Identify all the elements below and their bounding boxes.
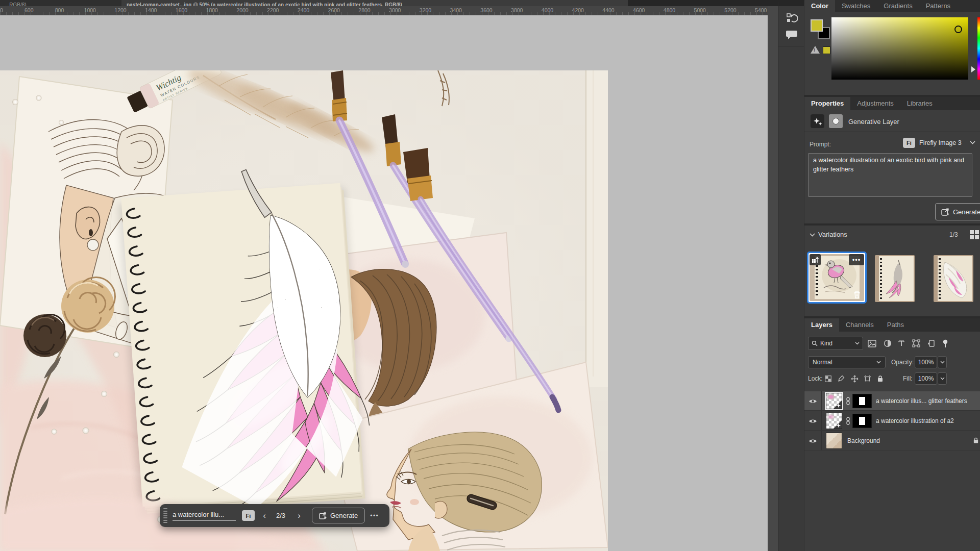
- hue-slider[interactable]: [977, 17, 980, 80]
- paper-stack-edge: [586, 70, 608, 387]
- layer-filter-kind-select[interactable]: Kind: [808, 337, 863, 350]
- document-tab-inactive[interactable]: ...RGB/8): [0, 0, 121, 6]
- blend-mode-value: Normal: [813, 359, 832, 366]
- panel-gutter: [768, 0, 778, 551]
- filter-smart-objects-icon[interactable]: [925, 338, 937, 348]
- opacity-value[interactable]: 100%: [915, 356, 937, 368]
- layer-type-label: Generative Layer: [848, 118, 899, 126]
- tab-swatches[interactable]: Swatches: [835, 0, 877, 12]
- tab-adjustments[interactable]: Adjustments: [850, 97, 900, 110]
- next-variation-button[interactable]: ›: [292, 509, 306, 522]
- filter-shape-layers-icon[interactable]: [911, 338, 922, 348]
- layer-thumbnail[interactable]: [826, 393, 842, 409]
- color-saturation-field[interactable]: [831, 17, 968, 80]
- layer-name[interactable]: a watercolor illus... glitter feathers: [876, 397, 967, 405]
- filter-pixel-layers-icon[interactable]: [866, 338, 877, 348]
- variation-counter: 2/3: [272, 512, 289, 519]
- generate-label: Generate: [953, 208, 980, 216]
- taskbar-prompt-field[interactable]: a watercolor illu...: [173, 511, 236, 521]
- contextual-taskbar[interactable]: a watercolor illu... Fi ‹ 2/3 › Generate…: [160, 504, 389, 527]
- prompt-input[interactable]: a watercolor illustration of an exotic b…: [808, 153, 972, 197]
- generate-icon: [319, 512, 327, 519]
- layer-row-generative-1[interactable]: a watercolor illus... glitter feathers: [804, 391, 980, 411]
- generate-label: Generate: [330, 512, 358, 519]
- insert-variation-icon[interactable]: [810, 254, 821, 265]
- visibility-eye-icon[interactable]: [804, 411, 822, 431]
- previous-variation-button[interactable]: ‹: [258, 509, 271, 522]
- prompt-label: Prompt:: [810, 141, 831, 148]
- chevron-down-icon: [876, 361, 881, 364]
- foreground-color-swatch[interactable]: [811, 19, 823, 32]
- chevron-down-icon[interactable]: [970, 141, 975, 144]
- tab-gradients[interactable]: Gradients: [877, 0, 919, 12]
- opacity-dropdown[interactable]: [938, 356, 947, 368]
- generative-sparkle-icon: [811, 114, 824, 128]
- generate-button[interactable]: Generate: [312, 508, 365, 523]
- lock-artboard-icon[interactable]: [862, 373, 872, 384]
- comments-panel-icon[interactable]: [786, 29, 798, 41]
- collapse-chevron-icon[interactable]: [810, 233, 815, 237]
- generate-button[interactable]: Generate: [935, 203, 980, 220]
- fill-value[interactable]: 100%: [915, 372, 937, 385]
- layer-name[interactable]: Background: [847, 437, 880, 444]
- canvas-workspace[interactable]: Wichtig WATER COLOURS ARTIST SERIES: [0, 15, 768, 551]
- locked-layer-icon: [973, 437, 979, 444]
- layer-mask-thumbnail[interactable]: [852, 394, 872, 408]
- visibility-eye-icon[interactable]: [804, 391, 822, 411]
- variation-thumbnail-2[interactable]: [875, 255, 915, 302]
- filter-type-layers-icon[interactable]: [896, 338, 907, 348]
- lock-position-icon[interactable]: [849, 373, 860, 384]
- mask-link-icon[interactable]: [845, 397, 851, 405]
- mask-link-icon[interactable]: [845, 417, 851, 425]
- layer-mask-chip-icon: [829, 114, 843, 128]
- tab-patterns[interactable]: Patterns: [919, 0, 957, 12]
- chevron-down-icon: [855, 342, 860, 345]
- fill-dropdown[interactable]: [938, 372, 947, 385]
- tab-properties[interactable]: Properties: [804, 97, 850, 110]
- taskbar-more-button[interactable]: •••: [370, 512, 379, 519]
- blend-mode-select[interactable]: Normal: [808, 356, 886, 368]
- layer-row-generative-2[interactable]: a watercolor illustration of a2: [804, 411, 980, 431]
- history-panel-icon[interactable]: [786, 12, 798, 24]
- fill-label: Fill:: [903, 375, 913, 382]
- layer-thumbnail[interactable]: [826, 433, 842, 449]
- layer-name[interactable]: a watercolor illustration of a2: [876, 417, 954, 424]
- gamut-color-swatch[interactable]: [823, 46, 830, 54]
- opacity-label: Opacity:: [891, 359, 914, 366]
- grid-view-icon[interactable]: [969, 230, 980, 240]
- color-picker-cursor[interactable]: [954, 26, 962, 33]
- color-panel-tabs: Color Swatches Gradients Patterns: [804, 0, 980, 12]
- variation-thumbnail-3[interactable]: [934, 255, 973, 302]
- gamut-warning-icon[interactable]: [811, 46, 820, 54]
- firefly-badge: Fi: [242, 510, 255, 521]
- layer-thumbnail[interactable]: [826, 413, 842, 429]
- lock-transparency-icon[interactable]: [823, 373, 833, 384]
- layer-row-background[interactable]: Background: [804, 431, 980, 450]
- layers-panel: Layers Channels Paths Kind: [804, 318, 980, 551]
- properties-panel: Properties Adjustments Libraries Generat…: [804, 97, 980, 223]
- document-tab-active[interactable]: pastel-roman-camtset...jpg @ 50% (a wate…: [121, 0, 628, 6]
- properties-panel-tabs: Properties Adjustments Libraries: [804, 97, 980, 110]
- canvas-document[interactable]: Wichtig WATER COLOURS ARTIST SERIES: [0, 70, 608, 551]
- trash-icon[interactable]: [851, 290, 863, 300]
- firefly-badge: Fi: [903, 138, 915, 148]
- variation-more-icon[interactable]: •••: [849, 254, 864, 265]
- hue-slider-arrow[interactable]: [971, 66, 975, 72]
- tab-color[interactable]: Color: [804, 0, 835, 12]
- visibility-eye-icon[interactable]: [804, 431, 822, 450]
- filter-adjustment-layers-icon[interactable]: [882, 338, 893, 348]
- lock-pixels-icon[interactable]: [836, 373, 846, 384]
- variation-thumbnail-1-selected[interactable]: •••: [807, 252, 867, 304]
- tab-libraries[interactable]: Libraries: [900, 97, 939, 110]
- tab-layers[interactable]: Layers: [804, 318, 839, 332]
- filter-toggle-icon[interactable]: [940, 338, 951, 348]
- taskbar-drag-handle[interactable]: [163, 508, 168, 523]
- generate-icon: [941, 208, 949, 216]
- lock-all-icon[interactable]: [875, 373, 885, 384]
- tab-paths[interactable]: Paths: [880, 318, 911, 332]
- horizontal-ruler[interactable]: 4006008001000120014001600180020002200240…: [0, 6, 768, 15]
- model-selector[interactable]: Firefly Image 3: [919, 139, 962, 146]
- right-panel-column: Color Swatches Gradients Patterns Proper…: [804, 0, 980, 551]
- layer-mask-thumbnail[interactable]: [852, 414, 872, 428]
- tab-channels[interactable]: Channels: [839, 318, 880, 332]
